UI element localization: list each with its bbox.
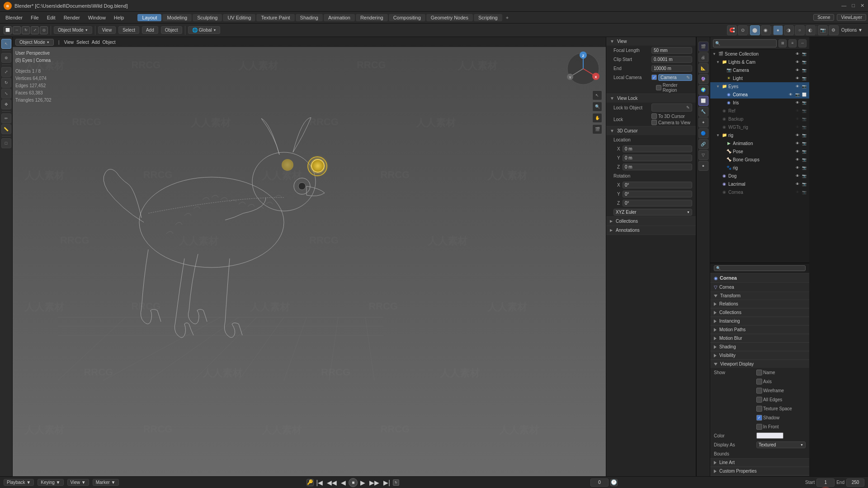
tab-compositing[interactable]: Compositing — [389, 14, 425, 21]
ol-ref[interactable]: ◉ Ref 👁 📷 — [710, 107, 809, 115]
jump-to-end-btn[interactable]: ▶| — [382, 479, 392, 486]
ol-pose[interactable]: 🦴 Pose 👁 📷 — [710, 147, 809, 155]
ol-light[interactable]: ☀ Light 👁 📷 — [710, 74, 809, 82]
menu-file[interactable]: File — [27, 14, 42, 21]
viewport-view-btn[interactable]: View — [64, 40, 74, 45]
ol-lights-cam[interactable]: ▼ 📁 Lights & Cam 👁 📷 — [710, 58, 809, 66]
viewport-select-btn[interactable]: Select — [76, 40, 89, 45]
rsb-particles-icon[interactable]: ✦ — [698, 117, 708, 127]
viewport-display-header[interactable]: Viewport Display — [710, 360, 809, 368]
tab-texture-paint[interactable]: Texture Paint — [256, 14, 294, 21]
viewport-mode-dropdown[interactable]: Object Mode ▼ — [15, 39, 54, 46]
ol-render-scene[interactable]: 📷 — [801, 51, 807, 57]
ol-expand-iris[interactable] — [720, 100, 725, 105]
props-search[interactable]: 🔍 — [714, 265, 806, 271]
toolbar-icon-3[interactable]: ↻ — [22, 26, 30, 34]
ol-vis-rig-outer[interactable]: 👁 — [794, 132, 801, 138]
tool-annotate[interactable]: ✏ — [1, 113, 11, 123]
eevee-icon[interactable]: ◐ — [806, 25, 816, 35]
ol-vis-eyes[interactable]: 👁 — [794, 83, 801, 89]
viewport-object-btn[interactable]: Object — [103, 40, 116, 45]
ol-expand-ref[interactable] — [716, 108, 720, 113]
ol-expand-light[interactable] — [720, 76, 725, 80]
tool-btn-2[interactable]: 🔍 — [592, 102, 602, 112]
jump-forward-btn[interactable]: ▶▶ — [368, 479, 381, 486]
tab-scripting[interactable]: Scripting — [474, 14, 502, 21]
ol-vis-rig-inner[interactable]: 👁 — [794, 164, 801, 171]
ol-expand-scene[interactable]: ▼ — [712, 52, 717, 56]
custom-props-header[interactable]: Custom Properties — [710, 467, 809, 475]
ol-render-wgts[interactable]: 📷 — [801, 124, 807, 130]
ol-vis-lacrimal[interactable]: 👁 — [794, 181, 801, 187]
solid-view-icon[interactable]: ● — [773, 25, 783, 35]
tool-btn-4[interactable]: 🎬 — [592, 124, 602, 134]
to-3d-cursor-checkbox[interactable] — [651, 113, 657, 119]
window-controls[interactable]: — □ ✕ — [841, 3, 864, 9]
ol-vis-anim[interactable]: 👁 — [794, 140, 801, 146]
toolbar-icon-4[interactable]: ⤢ — [31, 26, 39, 34]
tool-btn-1[interactable]: ↖ — [592, 90, 602, 100]
visibility-header[interactable]: Visibility — [710, 352, 809, 360]
ol-vis-dog[interactable]: 👁 — [794, 173, 801, 179]
ol-lacrimal[interactable]: ◉ Lacrimal 👁 📷 — [710, 180, 809, 188]
ol-vis-light[interactable]: 👁 — [794, 75, 801, 81]
tool-scale[interactable]: ⤡ — [1, 89, 11, 99]
ol-render-cornea2[interactable]: 📷 — [801, 189, 807, 195]
menu-window[interactable]: Window — [85, 14, 109, 21]
ol-render-light[interactable]: 📷 — [801, 75, 807, 81]
ol-vis-scene[interactable]: 👁 — [794, 51, 801, 57]
obj-data-name[interactable]: Cornea — [719, 285, 734, 290]
ol-vis-ref[interactable]: 👁 — [794, 108, 801, 114]
ol-expand-lights[interactable]: ▼ — [716, 60, 720, 64]
clip-start-value[interactable]: 0.0001 m — [651, 56, 692, 63]
rsb-modifier-icon[interactable]: 🔧 — [698, 107, 708, 117]
ol-expand-camera[interactable] — [720, 68, 725, 72]
timeline-view-dropdown[interactable]: View ▼ — [67, 479, 89, 486]
ol-expand-eyes[interactable]: ▼ — [716, 84, 720, 89]
ol-vis-camera[interactable]: 👁 — [794, 67, 801, 73]
focal-length-value[interactable]: 50 mm — [651, 47, 692, 54]
rsb-material-icon[interactable]: ● — [698, 161, 708, 171]
transform-header[interactable]: Transform — [710, 292, 809, 300]
ol-vis-wgts[interactable]: 👁 — [794, 124, 801, 130]
ol-expand-anim[interactable] — [720, 141, 725, 145]
display-as-dropdown[interactable]: Textured ▼ — [756, 441, 806, 448]
ol-dog[interactable]: ◉ Dog 👁 📷 — [710, 172, 809, 180]
ol-rig-inner[interactable]: 🐾 rig 👁 📷 — [710, 164, 809, 172]
viewlayer-select[interactable]: ViewLayer — [837, 14, 866, 21]
material-view-icon[interactable]: ◑ — [784, 25, 794, 35]
ol-wgts[interactable]: ◉ WGTs_rig 👁 📷 — [710, 123, 809, 131]
outliner-search-field[interactable]: 🔍 — [713, 39, 777, 47]
overlay-icon[interactable]: ⬤ — [750, 25, 760, 35]
clip-end-value[interactable]: 10000 m — [651, 65, 692, 72]
tab-layout[interactable]: Layout — [137, 14, 161, 21]
rsb-output-icon[interactable]: 🖨 — [698, 52, 708, 62]
ol-render-backup[interactable]: 📷 — [801, 116, 807, 122]
marker-dropdown[interactable]: Marker ▼ — [93, 479, 119, 486]
rsb-physics-icon[interactable]: 🔵 — [698, 128, 708, 138]
camera-to-view-checkbox[interactable] — [651, 120, 657, 125]
ol-vis-lights[interactable]: 👁 — [794, 59, 801, 65]
view-section-header[interactable]: ▼ View — [606, 37, 696, 46]
loop-icon[interactable]: ↻ — [393, 479, 399, 486]
ol-expand-pose[interactable] — [720, 149, 725, 154]
jump-to-start-btn[interactable]: |◀ — [315, 479, 325, 486]
lock-to-object-field[interactable]: ✎ — [651, 103, 692, 112]
ol-render-camera[interactable]: 📷 — [801, 67, 807, 73]
ol-expand-wgts[interactable] — [716, 125, 720, 129]
ol-expand-lacrimal[interactable] — [716, 182, 720, 186]
tab-sculpting[interactable]: Sculpting — [193, 14, 222, 21]
ol-vis-backup[interactable]: 👁 — [794, 116, 801, 122]
playback-dropdown[interactable]: Playback ▼ — [4, 479, 34, 486]
ol-animation[interactable]: ▶ Animation 👁 📷 — [710, 139, 809, 147]
tab-uv-editing[interactable]: UV Editing — [223, 14, 255, 21]
menu-edit[interactable]: Edit — [43, 14, 59, 21]
proportional-edit-icon[interactable]: ⊙ — [738, 25, 748, 35]
render-region-checkbox[interactable] — [656, 85, 661, 90]
workspace-add-tab[interactable]: + — [503, 14, 511, 21]
3d-cursor-header[interactable]: ▼ 3D Cursor — [606, 127, 696, 135]
snap-icon[interactable]: 🧲 — [727, 25, 737, 35]
ol-render-anim[interactable]: 📷 — [801, 140, 807, 146]
tab-rendering[interactable]: Rendering — [356, 14, 388, 21]
ol-expand-cornea2[interactable] — [716, 190, 720, 194]
